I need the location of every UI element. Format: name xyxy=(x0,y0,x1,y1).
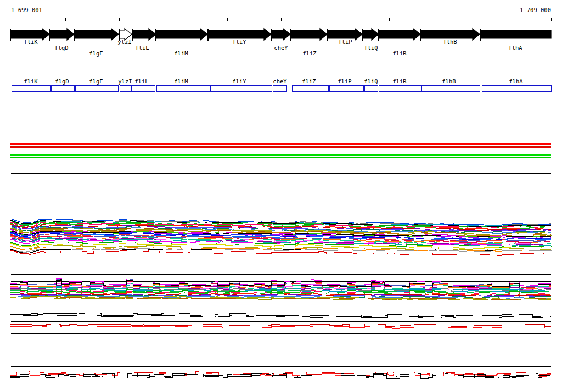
gene-box-label-fliK: fliK xyxy=(24,78,38,85)
gene-box-label-fliQ: fliQ xyxy=(364,78,378,85)
gene-box-label-flgE: flgE xyxy=(89,78,103,85)
genome-browser-view: 1 699 001 1 709 000 fliKflgDflgEylzIfliL… xyxy=(0,0,562,392)
profile-line xyxy=(10,315,551,318)
gene-arrow-flgE[interactable] xyxy=(75,29,119,40)
gene-box-label-cheY: cheY xyxy=(273,78,287,85)
gene-arrow-flhA[interactable] xyxy=(481,30,551,38)
gene-label-fliQ: fliQ xyxy=(364,44,378,51)
gene-box-fliM[interactable] xyxy=(157,86,210,92)
gene-box-label-fliL: fliL xyxy=(134,78,148,85)
ruler xyxy=(12,18,552,21)
gene-label-flhA: flhA xyxy=(508,44,522,51)
variation-profile-band-b xyxy=(10,278,551,300)
gene-label-flgE: flgE xyxy=(89,50,103,57)
gene-box-fliL[interactable] xyxy=(132,86,155,92)
gene-label-fliR: fliR xyxy=(392,50,407,57)
gene-label-fliP: fliP xyxy=(338,38,352,45)
gene-box-fliR[interactable] xyxy=(379,86,422,92)
gene-arrow-fliM[interactable] xyxy=(156,29,207,40)
gene-label-cheY: cheY xyxy=(274,44,288,51)
gene-box-cheY[interactable] xyxy=(273,86,287,92)
gene-arrow-flgD[interactable] xyxy=(50,29,74,40)
gene-arrow-track: fliKflgDflgEylzIfliLfliMfliYcheYfliZfliP… xyxy=(10,29,551,57)
gene-box-fliQ[interactable] xyxy=(365,86,378,92)
gene-box-label-ylzI: ylzI xyxy=(118,78,132,85)
gene-box-label-fliZ: fliZ xyxy=(302,78,316,85)
gene-box-label-flhB: flhB xyxy=(442,78,456,85)
gene-box-flhA[interactable] xyxy=(482,86,552,92)
gene-box-ylzI[interactable] xyxy=(120,86,132,92)
gene-box-fliP[interactable] xyxy=(330,86,364,92)
gene-arrow-fliL[interactable] xyxy=(133,29,156,40)
gene-box-label-fliP: fliP xyxy=(338,78,351,85)
gene-box-fliZ[interactable] xyxy=(293,86,329,92)
gene-box-flgD[interactable] xyxy=(52,86,75,92)
gene-label-fliM: fliM xyxy=(174,50,188,57)
gene-label-flgD: flgD xyxy=(54,44,68,51)
gene-box-track: fliKflgDflgEylzIfliLfliMfliYcheYfliZfliP… xyxy=(12,78,552,92)
gene-label-fliZ: fliZ xyxy=(302,50,316,57)
gene-arrow-fliQ[interactable] xyxy=(363,29,379,40)
gene-box-flgE[interactable] xyxy=(76,86,119,92)
tracks-canvas: fliKflgDflgEylzIfliLfliMfliYcheYfliZfliP… xyxy=(0,0,562,392)
gene-arrow-fliZ[interactable] xyxy=(291,29,327,40)
pair-track-c xyxy=(10,313,551,329)
gene-box-label-fliM: fliM xyxy=(174,78,188,85)
gene-box-flhB[interactable] xyxy=(422,86,480,92)
gene-label-fliL: fliL xyxy=(135,44,149,51)
gene-label-flhB: flhB xyxy=(443,38,457,45)
gene-box-fliK[interactable] xyxy=(12,86,51,92)
gene-arrow-cheY[interactable] xyxy=(272,29,290,40)
gene-box-fliY[interactable] xyxy=(211,86,272,92)
similarity-profile-band-a xyxy=(10,219,551,256)
gene-box-label-flhA: flhA xyxy=(509,78,523,85)
gene-label-ylzI: ylzI xyxy=(117,38,131,45)
gene-box-label-flgD: flgD xyxy=(55,78,69,85)
gene-label-fliY: fliY xyxy=(232,38,246,45)
gene-label-fliK: fliK xyxy=(24,38,38,45)
gene-box-label-fliY: fliY xyxy=(232,78,246,85)
gene-arrow-fliR[interactable] xyxy=(379,29,420,40)
pair-track-d xyxy=(10,371,551,378)
gene-box-label-fliR: fliR xyxy=(392,78,407,85)
